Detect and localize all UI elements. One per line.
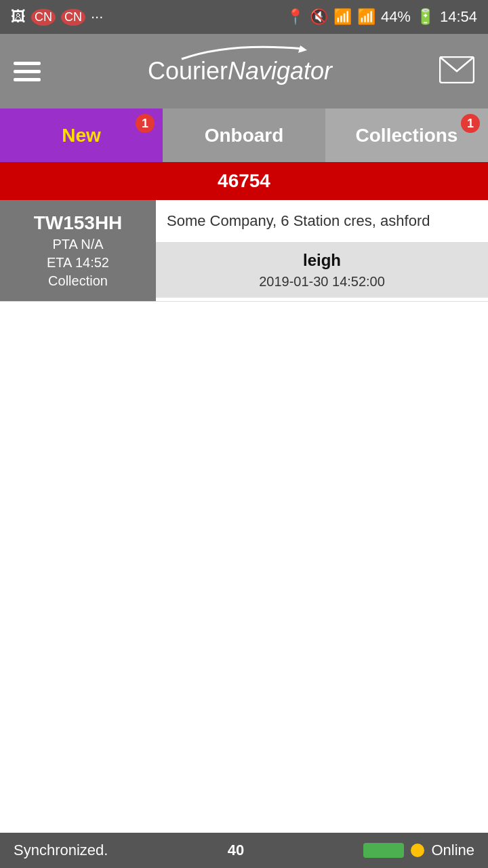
online-bar-icon bbox=[363, 843, 404, 858]
job-card[interactable]: TW153HH PTA N/A ETA 14:52 Collection Som… bbox=[0, 200, 488, 302]
job-type: Collection bbox=[48, 273, 108, 289]
app-icon-1: CN bbox=[31, 9, 56, 26]
status-bar-right: 📍 🔇 📶 📶 44% 🔋 14:54 bbox=[286, 8, 477, 26]
svg-marker-0 bbox=[298, 45, 307, 53]
battery-icon: 🔋 bbox=[416, 8, 434, 26]
logo: CourierNavigator bbox=[41, 57, 439, 85]
tab-new[interactable]: New 1 bbox=[0, 108, 163, 162]
time-display: 14:54 bbox=[440, 8, 477, 26]
tab-new-label: New bbox=[62, 125, 101, 146]
online-dot-icon bbox=[411, 844, 424, 857]
tabs: New 1 Onboard Collections 1 bbox=[0, 108, 488, 162]
job-contact-name: leigh bbox=[303, 251, 341, 270]
online-label: Online bbox=[431, 842, 474, 859]
job-address: Some Company, 6 Station cres, ashford bbox=[156, 200, 488, 243]
job-contact-time: 2019-01-30 14:52:00 bbox=[259, 274, 385, 290]
tab-collections[interactable]: Collections 1 bbox=[325, 108, 488, 162]
wifi-icon: 📶 bbox=[333, 8, 352, 26]
job-contact: leigh 2019-01-30 14:52:00 bbox=[156, 243, 488, 298]
connection-status: Online bbox=[363, 842, 474, 859]
status-bar: 🖼 CN CN ··· 📍 🔇 📶 📶 44% 🔋 14:54 bbox=[0, 0, 488, 34]
menu-button[interactable] bbox=[14, 62, 41, 81]
job-right: Some Company, 6 Station cres, ashford le… bbox=[156, 200, 488, 301]
mail-button[interactable] bbox=[439, 56, 474, 86]
tab-collections-badge: 1 bbox=[461, 114, 480, 133]
job-pta: PTA N/A bbox=[52, 237, 103, 252]
bottom-bar: Synchronized. 40 Online bbox=[0, 833, 488, 868]
app-icon-2: CN bbox=[61, 9, 85, 26]
sync-status: Synchronized. bbox=[14, 842, 108, 859]
status-bar-left: 🖼 CN CN ··· bbox=[11, 8, 103, 26]
job-eta: ETA 14:52 bbox=[47, 255, 109, 271]
job-id: 46754 bbox=[218, 170, 270, 191]
job-left: TW153HH PTA N/A ETA 14:52 Collection bbox=[0, 200, 156, 301]
mute-icon: 🔇 bbox=[310, 8, 328, 26]
header: CourierNavigator bbox=[0, 34, 488, 108]
signal-icon: 📶 bbox=[357, 8, 375, 26]
tab-new-badge: 1 bbox=[136, 114, 155, 133]
job-count: 40 bbox=[228, 842, 244, 859]
job-reg: TW153HH bbox=[34, 212, 123, 234]
tab-onboard[interactable]: Onboard bbox=[163, 108, 325, 162]
job-id-bar: 46754 bbox=[0, 162, 488, 200]
photo-icon: 🖼 bbox=[11, 8, 26, 26]
location-icon: 📍 bbox=[286, 8, 304, 26]
more-icon: ··· bbox=[91, 8, 103, 26]
main-content bbox=[0, 302, 488, 833]
tab-onboard-label: Onboard bbox=[205, 125, 284, 146]
tab-collections-label: Collections bbox=[356, 125, 458, 146]
battery-text: 44% bbox=[381, 8, 411, 26]
